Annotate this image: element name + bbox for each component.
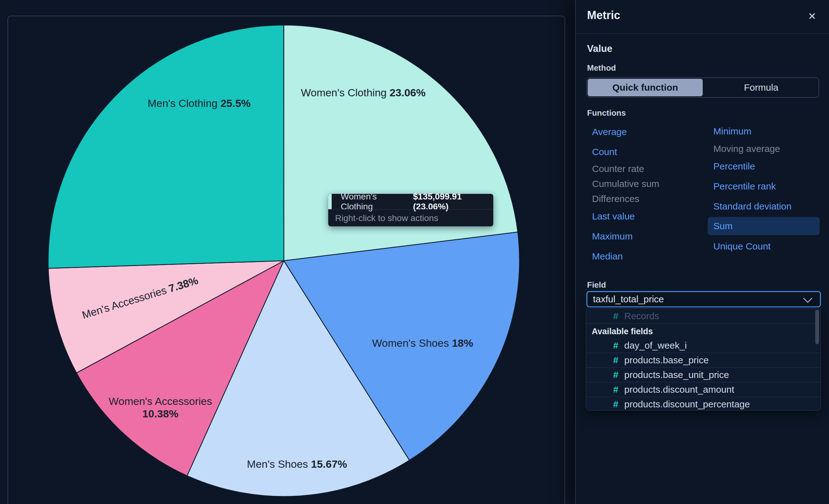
function-item-percentile[interactable]: Percentile	[713, 159, 755, 173]
function-item-cumulative-sum: Cumulative sum	[592, 177, 659, 191]
field-option-products-base-unit-price[interactable]: #products.base_unit_price	[586, 368, 821, 382]
field-combobox[interactable]: taxful_total_price	[586, 291, 821, 307]
field-option-products-discount-amount[interactable]: #products.discount_amount	[586, 383, 821, 397]
popover-scrollbar-thumb[interactable]	[815, 310, 819, 344]
field-option-label: products.base_unit_price	[624, 369, 729, 380]
method-formula-button[interactable]: Formula	[704, 78, 819, 97]
functions-label: Functions	[587, 108, 626, 118]
field-option-records: #Records	[586, 309, 821, 323]
function-item-differences: Differences	[592, 192, 639, 206]
pie-slice-men-s-clothing[interactable]	[48, 25, 284, 268]
method-quick-function-button[interactable]: Quick function	[588, 79, 703, 96]
method-button-group: Quick function Formula	[586, 77, 819, 98]
function-item-percentile-rank[interactable]: Percentile rank	[713, 179, 776, 193]
function-item-average[interactable]: Average	[592, 125, 627, 139]
flyout-title: Metric	[587, 9, 620, 22]
popover-divider	[586, 323, 821, 324]
field-option-day-of-week-i[interactable]: #day_of_week_i	[586, 338, 821, 353]
function-item-moving-average: Moving average	[713, 142, 780, 156]
field-option-label: products.discount_percentage	[624, 399, 750, 409]
function-item-last-value[interactable]: Last value	[592, 210, 635, 223]
field-combobox-value: taxful_total_price	[593, 294, 664, 304]
number-field-icon: #	[613, 355, 618, 365]
pie-chart	[47, 24, 520, 497]
field-option-label: products.discount_amount	[624, 384, 734, 395]
field-option-label: Records	[624, 311, 659, 321]
function-item-count[interactable]: Count	[592, 145, 617, 159]
tooltip-series-label: Women's Clothing	[341, 192, 406, 212]
tooltip-title-row: Women's Clothing $135,099.91 (23.06%)	[328, 194, 493, 209]
function-item-maximum[interactable]: Maximum	[592, 229, 633, 243]
close-icon[interactable]: ✕	[805, 9, 819, 23]
field-option-products-discount-percentage[interactable]: #products.discount_percentage	[586, 397, 821, 410]
field-options-popover: #RecordsAvailable fields#day_of_week_i#p…	[586, 308, 821, 410]
function-item-minimum[interactable]: Minimum	[713, 124, 752, 138]
metric-flyout-panel: Metric ✕ Value Method Quick function For…	[575, 0, 829, 504]
function-item-standard-deviation[interactable]: Standard deviation	[713, 200, 792, 213]
field-label: Field	[587, 280, 606, 290]
tooltip-divider	[328, 209, 493, 210]
number-field-icon: #	[613, 369, 618, 380]
number-field-icon: #	[613, 311, 618, 321]
field-option-label: day_of_week_i	[624, 340, 687, 351]
header-divider	[576, 33, 829, 34]
number-field-icon: #	[613, 384, 618, 395]
tooltip-hint: Right-click to show actions	[335, 213, 438, 223]
available-fields-group-label: Available fields	[592, 327, 653, 336]
value-section-heading: Value	[587, 43, 612, 55]
function-item-median[interactable]: Median	[592, 250, 623, 263]
series-color-marker	[328, 194, 332, 209]
number-field-icon: #	[613, 340, 618, 351]
number-field-icon: #	[613, 399, 618, 409]
function-item-counter-rate: Counter rate	[592, 162, 644, 176]
chart-tooltip: Women's Clothing $135,099.91 (23.06%) Ri…	[328, 194, 493, 226]
function-item-sum[interactable]: Sum	[708, 217, 820, 235]
method-label: Method	[587, 63, 616, 73]
field-option-label: products.base_price	[624, 355, 709, 365]
field-option-products-base-price[interactable]: #products.base_price	[586, 353, 821, 367]
chevron-down-icon	[802, 296, 813, 304]
function-item-unique-count[interactable]: Unique Count	[713, 240, 770, 253]
tooltip-value: $135,099.91 (23.06%)	[413, 192, 493, 212]
